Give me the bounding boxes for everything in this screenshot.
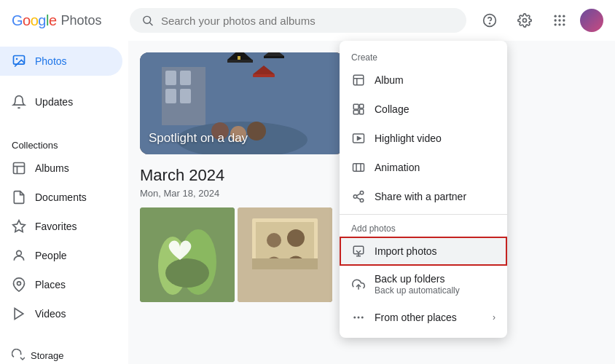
header: Google Photos [0,0,615,41]
dropdown-backup-sub: Back up automatically [375,285,495,296]
dropdown-item-import[interactable]: Import photos [340,237,507,266]
svg-line-1 [150,23,153,25]
svg-rect-56 [353,111,359,114]
svg-marker-22 [15,309,23,320]
add-photos-section-label: Add photos [340,218,507,237]
dropdown-highlight-label: Highlight video [375,132,495,144]
dropdown-item-animation[interactable]: Animation [340,153,507,182]
dropdown-other-label: From other places [375,312,484,323]
svg-rect-55 [360,109,364,114]
storage-area: Storage Unlimited Google Photos storage [0,340,128,364]
svg-point-71 [354,317,356,318]
sidebar-item-updates[interactable]: Updates [0,87,122,116]
highlight-video-icon [351,131,366,146]
apps-icon [552,13,567,28]
sidebar-item-videos-label: Videos [35,308,66,320]
svg-point-15 [16,58,17,60]
dropdown-divider [340,214,507,215]
svg-marker-58 [358,137,361,141]
sidebar-item-places-label: Places [35,279,66,290]
sidebar-item-documents[interactable]: Documents [0,183,122,212]
dropdown-backup-label: Back up folders [375,273,445,285]
svg-point-13 [563,23,565,25]
svg-rect-59 [353,164,364,172]
dropdown-backup-text: Back up folders Back up automatically [375,273,495,296]
svg-point-21 [17,282,21,285]
sidebar-item-favorites[interactable]: Favorites [0,212,122,241]
apps-button[interactable] [545,6,574,35]
svg-point-7 [563,15,565,17]
svg-rect-49 [252,258,318,269]
svg-point-48 [287,229,305,247]
sidebar: Photos Updates Collections Alb [0,41,128,364]
photo-thumb-1-img [140,207,235,302]
svg-point-72 [358,317,359,318]
sidebar-item-updates-label: Updates [35,96,73,108]
svg-rect-16 [14,163,25,174]
svg-point-11 [555,23,557,25]
svg-point-6 [558,15,560,17]
logo-product: Photos [61,13,102,28]
svg-point-10 [563,19,565,21]
dropdown-import-label: Import photos [375,245,495,257]
people-icon [12,248,26,263]
svg-point-47 [267,233,281,248]
svg-point-64 [360,199,364,202]
videos-icon [12,306,26,321]
google-logo: Google [12,12,57,29]
search-input[interactable] [161,15,455,27]
avatar[interactable] [580,9,603,32]
dropdown-item-collage[interactable]: Collage [340,95,507,124]
dropdown-album-label: Album [375,74,495,86]
settings-button[interactable] [510,6,539,35]
dropdown-share-label: Share with a partner [375,191,495,202]
svg-marker-19 [13,221,26,232]
create-section-label: Create [340,47,507,66]
spotlight-card: Spotlight on a day [140,52,344,154]
photo-thumb-2 [238,207,332,302]
svg-point-12 [558,23,560,25]
sidebar-item-photos-label: Photos [35,55,67,67]
sidebar-item-people[interactable]: People [0,241,122,270]
svg-rect-54 [360,104,364,108]
sidebar-item-albums-label: Albums [35,162,69,174]
dropdown-item-album[interactable]: Album [340,66,507,95]
sidebar-item-favorites-label: Favorites [35,221,77,232]
places-icon [12,277,26,292]
dropdown-collage-label: Collage [375,103,495,115]
svg-rect-53 [353,104,359,109]
sidebar-item-places[interactable]: Places [0,270,122,299]
chevron-right-icon: › [493,312,495,323]
dropdown-item-backup[interactable]: Back up folders Back up automatically [340,266,507,303]
svg-point-43 [165,258,209,288]
import-icon [351,244,366,258]
sidebar-item-people-label: People [35,250,67,261]
backup-icon [351,277,366,292]
help-icon [482,13,497,28]
spotlight-text: Spotlight on a day [149,131,248,146]
help-button[interactable] [475,6,504,35]
svg-point-9 [558,19,560,21]
sidebar-item-albums[interactable]: Albums [0,154,122,183]
cloud-icon [12,349,25,362]
documents-icon [12,190,26,205]
gear-icon [517,13,532,28]
svg-point-5 [555,15,557,17]
svg-point-62 [360,191,364,195]
svg-point-0 [144,16,151,23]
dropdown-item-highlight[interactable]: Highlight video [340,124,507,153]
collections-section-label: Collections [0,128,128,154]
animation-icon [351,160,366,175]
svg-point-63 [353,195,357,199]
dropdown-item-other[interactable]: From other places › [340,303,507,332]
sidebar-item-photos[interactable]: Photos [0,47,122,76]
logo-area: Google Photos [12,12,121,29]
svg-rect-50 [353,75,364,85]
search-bar[interactable] [130,8,466,33]
dropdown-item-share[interactable]: Share with a partner [340,182,507,211]
favorites-icon [12,219,26,234]
album-icon [351,73,366,87]
dropdown-animation-label: Animation [375,162,495,173]
albums-icon [12,161,26,175]
sidebar-item-videos[interactable]: Videos [0,299,122,328]
